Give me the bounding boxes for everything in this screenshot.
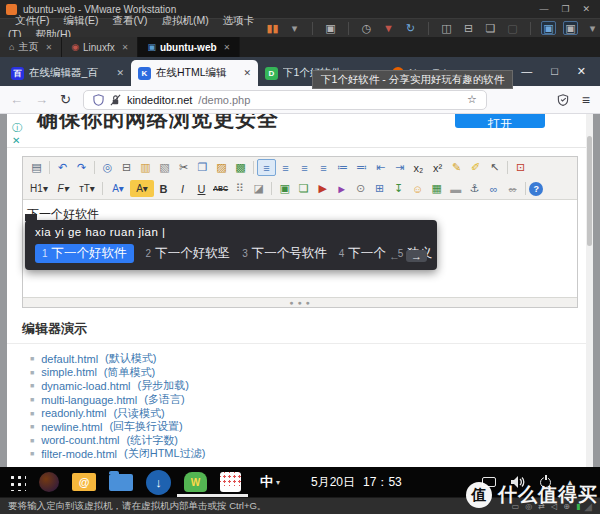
cut-icon[interactable]: ✂ <box>174 159 193 176</box>
quick-format-icon[interactable]: ✐ <box>466 159 485 176</box>
justify-icon[interactable]: ≡ <box>314 159 333 176</box>
unordered-list-icon[interactable]: ≕ <box>352 159 371 176</box>
media-icon[interactable]: ► <box>332 180 351 197</box>
redo-icon[interactable]: ↷ <box>72 159 91 176</box>
browser-tab-kindeditor[interactable]: K 在线HTML编辑 ✕ <box>131 60 258 86</box>
pause-dropdown-icon[interactable]: ▾ <box>287 21 302 35</box>
tracking-shield-icon[interactable] <box>93 94 104 106</box>
vmware-menu-item[interactable]: 虚拟机(M) <box>154 14 215 26</box>
url-bar[interactable]: kindeditor.net /demo.php ☆ <box>83 90 487 110</box>
paste-icon[interactable]: ▨ <box>212 159 231 176</box>
template-icon[interactable]: ▥ <box>136 159 155 176</box>
unlink-icon[interactable]: ∞ <box>503 180 522 197</box>
align-left-icon[interactable]: ≡ <box>257 159 276 176</box>
app-launcher-icon[interactable] <box>8 473 26 491</box>
bold-icon[interactable]: B <box>154 180 173 197</box>
banner-open-button[interactable]: 打开 <box>455 114 545 128</box>
android-app-icon[interactable]: W <box>184 472 207 492</box>
subscript-icon[interactable]: x₂ <box>409 159 428 176</box>
vmware-menu-item[interactable]: 文件(F) <box>8 14 56 26</box>
unity-button[interactable]: ▢ <box>505 21 520 35</box>
ime-candidate[interactable]: 3 下一个号软件 <box>242 245 327 262</box>
tab-close-icon[interactable]: ✕ <box>116 68 124 78</box>
align-right-icon[interactable]: ≡ <box>295 159 314 176</box>
clear-format-icon[interactable]: ✎ <box>447 159 466 176</box>
snapshot-manager-button[interactable]: ↻ <box>403 21 418 35</box>
file-manager-icon[interactable] <box>109 474 133 491</box>
link-icon[interactable]: ∞ <box>484 180 503 197</box>
undo-icon[interactable]: ↶ <box>53 159 72 176</box>
browser-minimize-icon[interactable]: — <box>521 65 532 78</box>
align-center-icon[interactable]: ≡ <box>276 159 295 176</box>
take-snapshot-button[interactable]: ◷ <box>359 21 374 35</box>
ime-candidate[interactable]: 2 下一个好软坚 <box>146 245 231 262</box>
demo-link[interactable]: word-count.html <box>41 434 119 446</box>
vm-tab-close-icon[interactable]: ✕ <box>224 43 231 52</box>
font-family-select[interactable]: F▾ <box>51 180 75 197</box>
copy-icon[interactable]: ❐ <box>193 159 212 176</box>
permissions-shield-icon[interactable] <box>557 94 569 106</box>
vmware-close-icon[interactable]: ✕ <box>582 4 590 14</box>
tab-close-icon[interactable]: ✕ <box>243 68 251 78</box>
vm-display-button[interactable]: ▣ <box>563 21 578 35</box>
editor-fullscreen-icon[interactable]: ⊡ <box>511 159 530 176</box>
vm-tab-home[interactable]: ⌂ 主页 ✕ <box>0 37 62 57</box>
bookmark-star-icon[interactable]: ☆ <box>467 93 477 106</box>
table-icon[interactable]: ⊞ <box>370 180 389 197</box>
vmware-maximize-icon[interactable]: ❐ <box>561 4 569 14</box>
show-thumbnail-bar-button[interactable]: ⊟ <box>461 21 476 35</box>
select-all-icon[interactable]: ↖ <box>485 159 504 176</box>
vmware-minimize-icon[interactable]: — <box>539 4 548 14</box>
ordered-list-icon[interactable]: ≔ <box>333 159 352 176</box>
fullscreen-button[interactable]: ❏ <box>483 21 498 35</box>
revert-snapshot-button[interactable]: ▼ <box>381 21 396 35</box>
insert-hr-icon[interactable]: ↧ <box>389 180 408 197</box>
preview-icon[interactable]: ◎ <box>98 159 117 176</box>
insert-image-icon[interactable]: ▣ <box>275 180 294 197</box>
editor-resize-handle[interactable]: ● ● ● <box>23 297 577 307</box>
line-height-icon[interactable]: ⠿ <box>230 180 249 197</box>
demo-link[interactable]: default.html <box>41 353 98 365</box>
hamburger-menu-icon[interactable]: ≡ <box>582 92 590 108</box>
underline-icon[interactable]: U <box>192 180 211 197</box>
browser-close-icon[interactable]: ✕ <box>577 65 586 78</box>
anchor-icon[interactable]: ⚓ <box>465 180 484 197</box>
ime-next-page-icon[interactable]: → <box>406 250 427 262</box>
source-icon[interactable]: ▤ <box>27 159 46 176</box>
console-view-button[interactable]: ▣ <box>541 21 556 35</box>
remove-format-icon[interactable]: ◪ <box>249 180 268 197</box>
strikethrough-icon[interactable]: ABC <box>211 180 230 197</box>
about-icon[interactable]: ? <box>529 182 543 196</box>
print-icon[interactable]: ⊟ <box>117 159 136 176</box>
vmware-menu-item[interactable]: 查看(V) <box>105 14 154 26</box>
code-icon[interactable]: ▧ <box>155 159 174 176</box>
calendar-icon[interactable] <box>220 472 241 492</box>
demo-link[interactable]: dynamic-load.html <box>41 380 130 392</box>
back-icon[interactable]: ← <box>10 92 23 107</box>
paste-text-icon[interactable]: ▩ <box>231 159 250 176</box>
demo-link[interactable]: multi-language.html <box>41 394 137 406</box>
vm-tab-ubuntu-web[interactable]: ▣ ubuntu-web ✕ <box>138 37 240 57</box>
page-break-icon[interactable]: ▬ <box>446 180 465 197</box>
ime-indicator[interactable]: 中▾ <box>260 473 280 491</box>
firefox-icon[interactable] <box>39 472 59 492</box>
demo-link[interactable]: simple.html <box>41 366 97 378</box>
forward-icon[interactable]: → <box>35 92 48 107</box>
demo-link[interactable]: readonly.html <box>41 407 106 419</box>
demo-link[interactable]: newline.html <box>41 421 102 433</box>
display-dropdown-icon[interactable]: ▾ <box>585 21 600 35</box>
superscript-icon[interactable]: x² <box>428 159 447 176</box>
ctrl-alt-del-button[interactable]: ▣ <box>323 21 338 35</box>
vmware-menu-item[interactable]: 编辑(E) <box>56 14 105 26</box>
show-library-button[interactable]: ◫ <box>439 21 454 35</box>
pause-button[interactable]: ▮▮ <box>265 21 280 35</box>
emoticons-icon[interactable]: ☺ <box>408 180 427 197</box>
ime-candidate[interactable]: 1 下一个好软件 <box>35 244 134 263</box>
vm-tab-linuxfx[interactable]: ◉ Linuxfx ✕ <box>62 37 138 57</box>
text-color-icon[interactable]: A▾ <box>106 180 130 197</box>
font-size-select[interactable]: тT▾ <box>75 180 99 197</box>
page-scrollbar[interactable] <box>586 114 593 467</box>
mail-icon[interactable]: @ <box>72 473 96 491</box>
reload-icon[interactable]: ↻ <box>60 92 71 107</box>
ime-candidate[interactable]: 4 下一个 <box>339 245 386 262</box>
